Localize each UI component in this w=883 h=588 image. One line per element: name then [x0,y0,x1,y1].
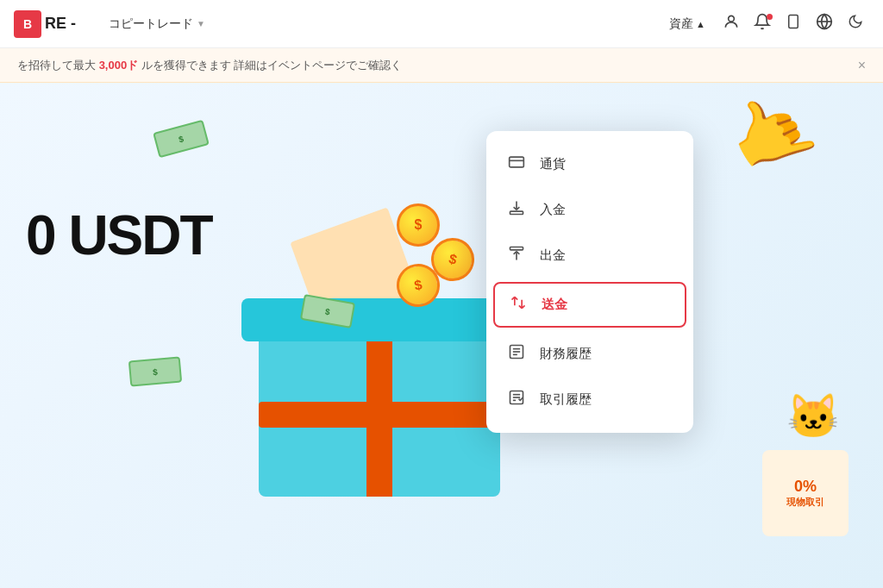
user-icon-button[interactable] [717,10,745,38]
side-badge: 0% 現物取引 [762,450,849,536]
theme-icon [848,14,863,34]
nav-copy-trade[interactable]: コピートレード ▼ [97,0,217,48]
withdraw-icon [507,245,526,266]
dropdown-item-financial-history[interactable]: 財務履歴 [486,331,693,377]
trade-history-label: 取引履歴 [540,391,592,408]
assets-arrow: ▲ [696,19,705,29]
bill-1: $ [153,120,210,159]
box-lid [241,298,517,341]
currency-label: 通貨 [540,156,566,172]
transfer-label: 送金 [542,297,567,313]
dropdown-item-trade-history[interactable]: 取引履歴 [486,377,693,422]
header: B RE - マーケット コピートレード ▼ 獲得する 無料 ▼ 資産 ▲ [0,0,883,48]
svg-point-0 [729,16,735,22]
dropdown-item-deposit[interactable]: 入金 [486,187,693,233]
mobile-icon-button[interactable] [780,10,807,38]
svg-rect-7 [510,211,523,214]
cat-decoration: 🐱 [786,391,840,441]
globe-icon-button[interactable] [811,10,838,38]
box-ribbon-horizontal [259,402,500,428]
assets-button[interactable]: 資産 ▲ [661,9,714,39]
announcement-highlight: 3,000ド [99,59,139,72]
deposit-icon [507,199,526,221]
dropdown-item-transfer[interactable]: 送金 [493,282,686,328]
globe-icon [816,13,833,34]
currency-icon [507,153,526,175]
header-right: 資産 ▲ [661,9,869,39]
bill-3: $ [128,356,182,386]
main-content: 0 USDT $ $ $ $ $ $ 🤙 0% 現物取引 🐱 [0,83,883,588]
announcement-close-button[interactable]: × [858,58,866,73]
logo-mark: B [14,10,41,38]
financial-history-icon [507,343,526,365]
svg-rect-5 [510,157,524,167]
theme-icon-button[interactable] [842,10,869,38]
dropdown-item-withdraw[interactable]: 出金 [486,233,693,278]
assets-dropdown-menu: 通貨 入金 出金 [486,131,693,433]
dropdown-item-currency[interactable]: 通貨 [486,141,693,187]
withdraw-label: 出金 [540,247,566,264]
mobile-icon [786,14,801,34]
hand-illustration: 🤙 [713,83,829,189]
announcement-text: を招待して最大 3,000ド ルを獲得できます 詳細はイベントページでご確認く [17,58,402,73]
trade-history-icon [507,389,526,410]
coin-1: $ [397,203,440,247]
logo-text: RE - [45,15,76,33]
financial-history-label: 財務履歴 [540,346,592,362]
notification-icon-button[interactable] [748,10,776,38]
deposit-label: 入金 [540,202,566,218]
notification-dot [767,14,773,20]
svg-rect-8 [510,247,523,250]
user-icon [723,13,740,34]
logo[interactable]: B RE - [14,10,76,38]
announcement-banner: を招待して最大 3,000ド ルを獲得できます 詳細はイベントページでご確認く … [0,48,883,83]
usdt-balance-text: 0 USDT [26,203,212,267]
transfer-icon [509,294,528,316]
copy-trade-arrow: ▼ [197,19,205,28]
